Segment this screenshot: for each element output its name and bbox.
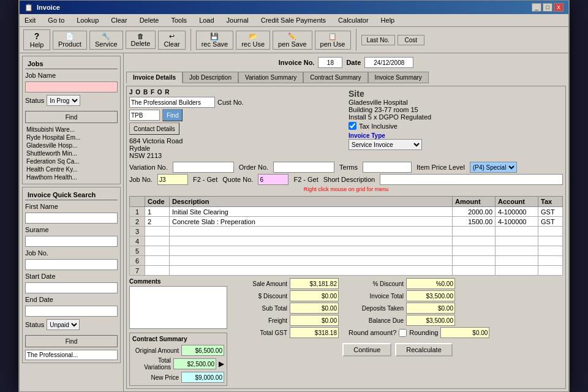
- end-date-input[interactable]: [25, 306, 118, 317]
- invoice-no-input[interactable]: [318, 57, 342, 68]
- quote-no-input[interactable]: [258, 174, 288, 185]
- service-button[interactable]: 🔧 Service: [89, 31, 123, 50]
- pct-discount-input[interactable]: [406, 278, 455, 289]
- clear-button[interactable]: ↩ Clear: [158, 31, 185, 50]
- row-account[interactable]: [496, 236, 538, 246]
- job-for-find-button[interactable]: Find: [162, 109, 183, 121]
- tab-invoice-details[interactable]: Invoice Details: [126, 72, 183, 83]
- job-no-input[interactable]: [157, 174, 188, 185]
- row-tax[interactable]: [538, 236, 563, 246]
- tab-job-description[interactable]: Job Description: [183, 72, 238, 83]
- cost-button[interactable]: Cost: [398, 35, 424, 45]
- surname-input[interactable]: [25, 236, 118, 247]
- menu-lookup[interactable]: Lookup: [74, 15, 101, 25]
- rec-save-button[interactable]: 💾 rec Save: [196, 31, 233, 50]
- row-code[interactable]: [145, 246, 170, 256]
- freight-input[interactable]: [290, 315, 339, 326]
- row-description[interactable]: [170, 256, 453, 266]
- menu-clear[interactable]: Clear: [108, 15, 129, 25]
- menu-exit[interactable]: Exit: [22, 15, 38, 25]
- total-gst-input[interactable]: [290, 327, 339, 338]
- recalculate-button[interactable]: Recalculate: [395, 343, 452, 356]
- variation-no-input[interactable]: [173, 162, 234, 173]
- row-code[interactable]: [145, 266, 170, 276]
- tab-contract-summary[interactable]: Contract Summary: [303, 72, 368, 83]
- rounding-input[interactable]: [440, 327, 489, 338]
- contact-details-button[interactable]: Contact Details: [129, 123, 179, 135]
- row-code[interactable]: 2: [145, 217, 170, 227]
- close-button[interactable]: X: [554, 3, 564, 12]
- row-code[interactable]: [145, 227, 170, 236]
- row-amount[interactable]: [453, 246, 496, 256]
- comments-textarea[interactable]: [129, 286, 227, 329]
- qs-find-button[interactable]: Find: [25, 335, 118, 347]
- menu-calculator[interactable]: Calculator: [336, 15, 371, 25]
- terms-input[interactable]: [363, 162, 412, 173]
- last-no-button[interactable]: Last No.: [361, 35, 395, 45]
- row-account[interactable]: [496, 227, 538, 236]
- sale-amount-input[interactable]: [290, 278, 339, 289]
- new-price-input[interactable]: [181, 372, 224, 383]
- row-amount[interactable]: [453, 256, 496, 266]
- list-item[interactable]: Health Centre Ky...: [25, 165, 118, 173]
- tab-invoice-summary[interactable]: Invoice Summary: [368, 72, 429, 83]
- sub-total-input[interactable]: [290, 303, 339, 314]
- tab-variation-summary[interactable]: Variation Summary: [238, 72, 303, 83]
- cust-code-input[interactable]: [129, 110, 160, 121]
- discount-input[interactable]: [290, 290, 339, 301]
- balance-due-input[interactable]: [406, 315, 455, 326]
- row-code[interactable]: [145, 256, 170, 266]
- menu-tools[interactable]: Tools: [168, 15, 189, 25]
- menu-goto[interactable]: Go to: [45, 15, 67, 25]
- list-item[interactable]: Shuttleworth Min...: [25, 149, 118, 157]
- short-desc-input[interactable]: [380, 174, 563, 185]
- row-account[interactable]: [496, 256, 538, 266]
- row-account[interactable]: 4-100000: [496, 217, 538, 227]
- row-description[interactable]: Concrete Slab : Preperation: [170, 217, 453, 227]
- rec-use-button[interactable]: 📂 rec Use: [236, 31, 270, 50]
- first-name-input[interactable]: [25, 213, 118, 224]
- row-tax[interactable]: [538, 266, 563, 276]
- delete-button[interactable]: 🗑 Delete: [126, 31, 156, 49]
- row-code[interactable]: 1: [145, 207, 170, 217]
- price-level-select[interactable]: (P4) Special: [470, 162, 517, 173]
- list-item[interactable]: Hawthorn Health...: [25, 173, 118, 181]
- row-account[interactable]: [496, 246, 538, 256]
- list-item[interactable]: Federation Sq Ca...: [25, 157, 118, 165]
- menu-load[interactable]: Load: [197, 15, 216, 25]
- start-date-input[interactable]: [25, 282, 118, 293]
- menu-credit[interactable]: Credit Sale Payments: [258, 15, 328, 25]
- total-variations-input[interactable]: [173, 358, 216, 369]
- deposits-taken-input[interactable]: [406, 303, 455, 314]
- invoice-type-select[interactable]: Service Invoice: [349, 139, 422, 150]
- menu-help[interactable]: Help: [379, 15, 398, 25]
- menu-delete[interactable]: Delete: [137, 15, 162, 25]
- list-item[interactable]: Gladesville Hosp...: [25, 141, 118, 149]
- row-tax[interactable]: GST: [538, 207, 563, 217]
- round-amount-checkbox[interactable]: [399, 329, 407, 337]
- minimize-button[interactable]: _: [532, 3, 541, 12]
- row-description[interactable]: [170, 236, 453, 246]
- list-item[interactable]: Ryde Hospital Em...: [25, 134, 118, 141]
- row-amount[interactable]: 1500.00: [453, 217, 496, 227]
- company-input[interactable]: [129, 97, 215, 108]
- maximize-button[interactable]: □: [543, 3, 552, 12]
- status-select[interactable]: In Prog: [47, 95, 80, 106]
- row-tax[interactable]: [538, 246, 563, 256]
- qs-status-select[interactable]: Unpaid: [47, 319, 80, 330]
- tax-inclusive-checkbox[interactable]: [349, 122, 356, 130]
- menu-journal[interactable]: Journal: [224, 15, 251, 25]
- qs-job-no-input[interactable]: [25, 259, 118, 270]
- list-item[interactable]: Mitsubishi Ware...: [25, 126, 118, 134]
- original-amount-input[interactable]: [181, 345, 224, 356]
- row-description[interactable]: [170, 246, 453, 256]
- pen-use-button[interactable]: 📋 pen Use: [315, 31, 351, 50]
- expand-icon[interactable]: ▶: [219, 360, 224, 368]
- row-description[interactable]: [170, 266, 453, 276]
- product-button[interactable]: 📄 Product: [53, 31, 87, 50]
- row-tax[interactable]: [538, 256, 563, 266]
- row-code[interactable]: [145, 236, 170, 246]
- date-input[interactable]: [364, 57, 413, 68]
- continue-button[interactable]: Continue: [342, 343, 391, 356]
- row-description[interactable]: [170, 227, 453, 236]
